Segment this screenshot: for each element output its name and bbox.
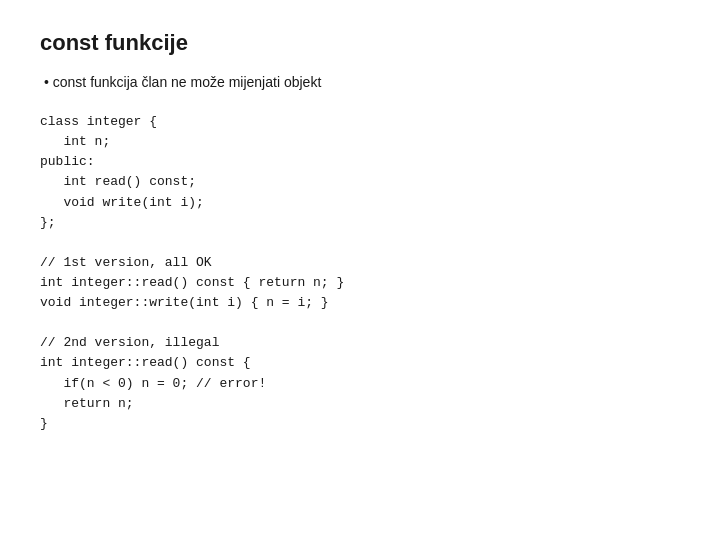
page-title: const funkcije bbox=[40, 30, 680, 56]
code-block-2nd: // 2nd version, illegal int integer::rea… bbox=[40, 333, 680, 434]
page-container: const funkcije const funkcija član ne mo… bbox=[0, 0, 720, 540]
code-block-class: class integer { int n; public: int read(… bbox=[40, 112, 680, 233]
code-section-class: class integer { int n; public: int read(… bbox=[40, 112, 680, 233]
code-section-2nd: // 2nd version, illegal int integer::rea… bbox=[40, 333, 680, 434]
code-section-1st: // 1st version, all OK int integer::read… bbox=[40, 253, 680, 313]
subtitle-text: const funkcija član ne može mijenjati ob… bbox=[40, 74, 680, 90]
code-block-1st: // 1st version, all OK int integer::read… bbox=[40, 253, 680, 313]
